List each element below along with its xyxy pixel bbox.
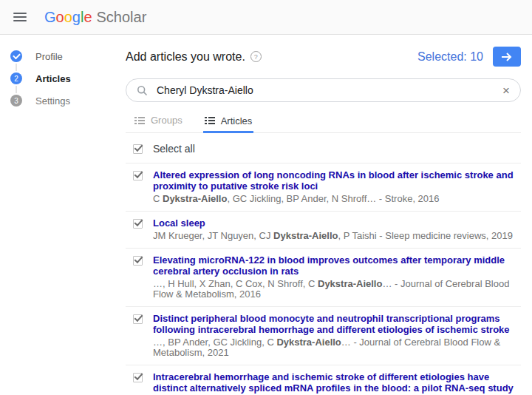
list-view-icon [134,116,145,125]
stepper-item-articles[interactable]: 2 Articles [10,72,126,85]
article-text: Intracerebral hemorrhage and ischemic st… [153,371,521,395]
arrow-right-icon [501,52,513,62]
top-bar: Google Scholar [0,0,532,35]
tab-label: Articles [221,115,253,126]
author-search-box: × [126,78,521,102]
article-text: Distinct peripheral blood monocyte and n… [153,313,521,358]
article-row: Altered expression of long noncoding RNA… [126,163,521,212]
article-text: Elevating microRNA-122 in blood improves… [153,254,521,300]
article-title-link[interactable]: Local sleep [153,217,513,229]
page-title: Add articles you wrote. [126,50,245,64]
article-checkbox[interactable] [133,256,143,266]
next-button[interactable] [493,47,521,67]
setup-stepper: Profile 2 Articles 3 Settings [0,35,126,395]
article-title-link[interactable]: Distinct peripheral blood monocyte and n… [153,313,521,335]
logo-google: Google [44,9,92,26]
article-authors: C Dykstra-Aiello, GC Jickling, BP Ander,… [153,194,521,204]
menu-icon[interactable] [13,13,27,21]
stepper-item-profile[interactable]: Profile [10,50,126,63]
logo-scholar: Scholar [97,9,147,26]
stepper-item-settings[interactable]: 3 Settings [10,94,126,107]
article-authors: …, H Hull, X Zhan, C Cox, N Shroff, C Dy… [153,279,521,300]
main-header: Add articles you wrote. ? Selected: 10 [126,47,521,67]
article-authors: JM Krueger, JT Nguyen, CJ Dykstra-Aiello… [153,231,513,241]
results-tabs: Groups Articles [126,115,521,133]
article-title-link[interactable]: Intracerebral hemorrhage and ischemic st… [153,371,521,394]
step-number-badge: 2 [10,72,22,84]
google-scholar-logo[interactable]: Google Scholar [44,9,146,26]
stepper-connector [16,64,17,71]
article-row: Local sleep JM Krueger, JT Nguyen, CJ Dy… [126,212,521,249]
article-checkbox[interactable] [133,171,143,180]
article-text: Altered expression of long noncoding RNA… [153,169,521,204]
article-checkbox[interactable] [133,219,143,229]
stepper-connector [16,86,17,93]
article-checkbox[interactable] [133,314,143,324]
main-content: Add articles you wrote. ? Selected: 10 [126,35,532,395]
search-icon [137,85,148,96]
tab-groups[interactable]: Groups [133,115,184,132]
step-label: Profile [35,51,63,62]
article-title-link[interactable]: Altered expression of long noncoding RNA… [153,169,521,192]
select-all-checkbox[interactable] [133,144,143,154]
help-icon[interactable]: ? [250,51,262,62]
scholar-add-articles-screen: Google Scholar Profile 2 Articles 3 Sett… [0,0,532,395]
article-row: Distinct peripheral blood monocyte and n… [126,307,521,365]
step-label: Articles [35,73,71,84]
article-title-link[interactable]: Elevating microRNA-122 in blood improves… [153,254,521,277]
tab-articles[interactable]: Articles [203,115,254,133]
article-authors: …, BP Ander, GC Jickling, C Dykstra-Aiel… [153,337,521,358]
select-all-label: Select all [153,143,195,155]
search-input[interactable] [155,84,502,97]
step-label: Settings [35,95,70,107]
list-view-icon [205,116,215,125]
articles-list: Altered expression of long noncoding RNA… [126,163,521,395]
article-row: Intracerebral hemorrhage and ischemic st… [126,365,521,395]
select-all-row: Select all [126,133,521,163]
step-done-icon [10,50,22,62]
article-text: Local sleep JM Krueger, JT Nguyen, CJ Dy… [153,217,513,241]
clear-search-icon[interactable]: × [502,84,510,97]
article-row: Elevating microRNA-122 in blood improves… [126,249,521,307]
article-checkbox[interactable] [133,373,143,382]
selected-count: Selected: 10 [417,50,483,64]
tab-label: Groups [151,115,183,126]
step-number-badge: 3 [10,95,22,107]
